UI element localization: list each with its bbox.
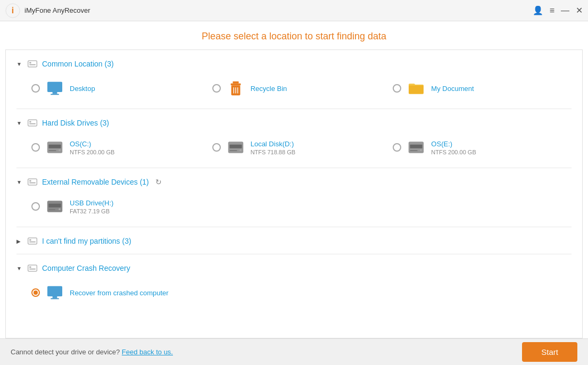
svg-rect-42 (47, 286, 62, 296)
app-title: iMyFone AnyRecover (24, 6, 533, 14)
toggle-hard-disk[interactable]: ▼ (16, 120, 23, 126)
svg-rect-39 (28, 265, 37, 271)
svg-point-34 (59, 209, 61, 211)
desktop-item[interactable]: Desktop (29, 76, 210, 101)
recover-crashed-item[interactable]: Recover from crashed computer (29, 280, 171, 305)
svg-rect-14 (28, 120, 37, 126)
crash-recovery-section-icon (27, 263, 38, 273)
svg-point-19 (59, 150, 61, 152)
section-cant-find-header[interactable]: ▶ I can't find my partitions (3) (16, 231, 572, 250)
start-button[interactable]: Start (522, 342, 577, 362)
toggle-external[interactable]: ▼ (16, 179, 23, 185)
svg-rect-36 (28, 238, 37, 244)
close-icon[interactable]: ✕ (576, 6, 583, 15)
svg-rect-22 (229, 145, 242, 148)
section-hard-disk: ▼ Hard Disk Drives (3) (16, 109, 572, 168)
title-bar: i iMyFone AnyRecover 👤 ≡ — ✕ (0, 0, 588, 21)
section-common-location-header[interactable]: ▼ Common Location (3) (16, 54, 572, 72)
common-location-items: Desktop (16, 72, 572, 104)
svg-text:i: i (12, 6, 14, 15)
hdd-d-icon (227, 140, 244, 155)
recycle-bin-item[interactable]: Recycle Bin (210, 76, 391, 101)
my-document-radio[interactable] (393, 84, 401, 93)
hard-disk-items: OS(C:) NTFS 200.00 GB (16, 131, 572, 163)
svg-rect-4 (29, 64, 36, 65)
os-c-meta: NTFS 200.00 GB (70, 149, 114, 155)
hard-disk-section-icon (27, 118, 38, 128)
hard-disk-title: Hard Disk Drives (3) (42, 119, 109, 127)
external-title: External Removable Devices (1) (42, 178, 149, 186)
svg-rect-26 (410, 145, 423, 148)
cant-find-section-icon (27, 236, 38, 246)
content-area: ▼ Common Location (3) (5, 49, 583, 338)
local-d-icon-wrap (226, 138, 245, 157)
local-d-radio[interactable] (212, 143, 221, 152)
usb-h-item[interactable]: USB Drive(H:) FAT32 7.19 GB (29, 194, 572, 219)
usb-icon (46, 199, 63, 214)
folder-icon (408, 81, 425, 96)
recycle-bin-info: Recycle Bin (251, 85, 287, 93)
svg-rect-3 (29, 62, 31, 64)
local-d-item[interactable]: Local Disk(D:) NTFS 718.88 GB (210, 135, 391, 160)
minimize-icon[interactable]: — (561, 6, 569, 15)
my-document-icon-wrap (407, 79, 426, 98)
os-e-radio[interactable] (393, 143, 401, 152)
svg-rect-41 (29, 269, 36, 270)
recover-crashed-icon (46, 285, 63, 300)
recover-crashed-label: Recover from crashed computer (70, 289, 169, 297)
feedback-link[interactable]: Feed back to us. (122, 348, 173, 356)
local-d-meta: NTFS 718.88 GB (251, 149, 295, 155)
desktop-icon-wrap (45, 79, 64, 98)
os-c-icon-wrap (45, 138, 64, 157)
svg-point-23 (239, 150, 242, 152)
svg-rect-40 (29, 267, 31, 268)
svg-rect-44 (51, 298, 59, 300)
cant-find-title: I can't find my partitions (3) (42, 237, 131, 245)
recover-crashed-radio[interactable] (31, 288, 40, 297)
recover-crashed-icon-wrap (45, 283, 64, 302)
app-logo: i (5, 3, 20, 18)
refresh-icon[interactable]: ↻ (155, 178, 162, 186)
svg-rect-18 (48, 145, 61, 148)
os-e-item[interactable]: OS(E:) NTFS 200.00 GB (391, 135, 572, 160)
os-c-info: OS(C:) NTFS 200.00 GB (70, 140, 114, 155)
section-external-header[interactable]: ▼ External Removable Devices (1) ↻ (16, 172, 572, 190)
svg-rect-15 (29, 121, 31, 123)
account-icon[interactable]: 👤 (533, 6, 543, 15)
external-section-icon (27, 177, 38, 187)
svg-rect-28 (410, 150, 418, 151)
section-hard-disk-header[interactable]: ▼ Hard Disk Drives (3) (16, 113, 572, 131)
bottom-static-text: Cannot detect your drive or device? (11, 348, 120, 356)
svg-rect-16 (29, 123, 36, 125)
menu-icon[interactable]: ≡ (550, 6, 554, 15)
page-title: Please select a location to start findin… (0, 21, 588, 49)
usb-h-label: USB Drive(H:) (70, 199, 113, 207)
os-e-meta: NTFS 200.00 GB (431, 149, 476, 155)
local-d-info: Local Disk(D:) NTFS 718.88 GB (251, 140, 295, 155)
toggle-common-location[interactable]: ▼ (16, 61, 23, 67)
svg-rect-30 (29, 180, 31, 182)
os-e-info: OS(E:) NTFS 200.00 GB (431, 140, 476, 155)
svg-rect-33 (48, 204, 61, 208)
svg-rect-9 (233, 81, 238, 84)
recycle-bin-icon (228, 80, 243, 96)
local-d-label: Local Disk(D:) (251, 140, 295, 148)
os-e-label: OS(E:) (431, 140, 476, 148)
my-document-item[interactable]: My Document (391, 76, 572, 101)
toggle-crash-recovery[interactable]: ▼ (16, 266, 23, 271)
usb-h-meta: FAT32 7.19 GB (70, 208, 113, 214)
svg-rect-31 (29, 182, 36, 184)
section-crash-recovery-header[interactable]: ▼ Computer Crash Recovery (16, 259, 572, 277)
os-c-item[interactable]: OS(C:) NTFS 200.00 GB (29, 135, 210, 160)
desktop-radio[interactable] (31, 84, 40, 93)
svg-rect-5 (47, 82, 62, 92)
recycle-bin-icon-wrap (226, 79, 245, 98)
hdd-e-icon (408, 140, 425, 155)
recycle-bin-radio[interactable] (212, 84, 221, 93)
toggle-cant-find[interactable]: ▶ (16, 238, 23, 244)
svg-rect-20 (48, 150, 56, 151)
usb-h-radio[interactable] (31, 202, 40, 211)
os-c-radio[interactable] (31, 143, 40, 152)
desktop-icon (46, 81, 63, 96)
svg-rect-43 (53, 296, 57, 298)
